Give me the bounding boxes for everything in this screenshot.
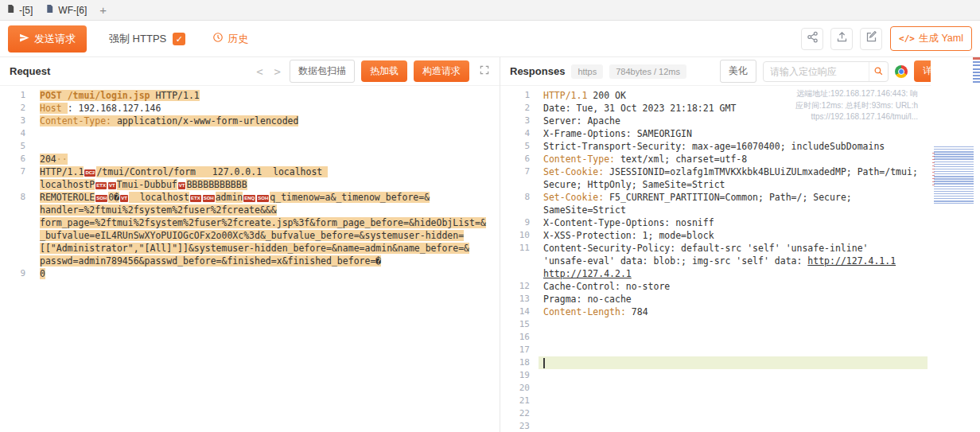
hot-reload-button[interactable]: 热加载 (361, 60, 407, 82)
code-line-content[interactable]: 204·· (35, 153, 500, 165)
code-line-content[interactable]: HTTP/1.1DC2/tmui/Control/form 127.0.0.1 … (35, 165, 500, 178)
code-line-content[interactable]: Cache-Control: no-store (539, 280, 928, 293)
line-number: 7 (0, 165, 35, 178)
code-line: handler=%2ftmui%2fsystem%2fuser%2fcreate… (0, 204, 500, 216)
edit-button[interactable] (860, 28, 882, 50)
packet-scan-button[interactable]: 数据包扫描 (290, 60, 355, 83)
code-token: Server: Apache (543, 115, 620, 126)
share-button[interactable] (801, 28, 823, 50)
code-line-content[interactable] (539, 356, 928, 369)
build-request-button[interactable]: 构造请求 (414, 60, 469, 82)
code-line: [["Administrator","[All]"]]&systemuser-h… (0, 242, 500, 255)
response-editor[interactable]: 远端地址:192.168.127.146:443: 响 应时间:12ms: 总耗… (500, 86, 980, 432)
code-line-content[interactable]: Content-Type: text/xml; charset=utf-8 (539, 153, 928, 165)
code-line: 19 (500, 369, 928, 382)
prev-request-button[interactable]: < (254, 65, 265, 78)
line-number (0, 204, 35, 216)
response-search-input[interactable] (764, 66, 869, 77)
code-line: 'unsafe-eval' data: blob:; img-src 'self… (500, 255, 928, 267)
code-line-content[interactable] (539, 395, 928, 407)
code-token: _bufvalue=eIL4RUnSwXYoPUIOGcOFx2o00Xc%3d… (40, 230, 464, 241)
code-line-content[interactable] (539, 331, 928, 344)
request-title: Request (10, 65, 50, 77)
code-line: 8REMOTEROLESOH0�VT localhostETXSOHadminE… (0, 191, 500, 204)
next-request-button[interactable]: > (272, 65, 283, 78)
code-token: : 192.168.127.146 (68, 103, 161, 114)
code-line-content[interactable]: Pragma: no-cache (539, 293, 928, 306)
code-line-content[interactable]: handler=%2ftmui%2fsystem%2fuser%2fcreate… (35, 204, 500, 216)
code-line-content[interactable] (35, 140, 500, 153)
code-line-content[interactable]: Strict-Transport-Security: max-age=16070… (539, 140, 928, 153)
code-token: Secure; HttpOnly; SameSite=Strict (543, 179, 725, 190)
code-line-content[interactable]: POST /tmui/login.jsp HTTP/1.1 (35, 89, 500, 102)
code-line-content[interactable] (539, 318, 928, 331)
code-line-content[interactable]: SameSite=Strict (539, 204, 928, 216)
beautify-button[interactable]: 美化 (720, 60, 756, 83)
request-editor[interactable]: 1POST /tmui/login.jsp HTTP/1.12Host : 19… (0, 86, 500, 432)
code-line: 20 (500, 382, 928, 395)
code-token: HTTP/1.1 (40, 166, 84, 177)
line-number: 15 (500, 318, 539, 331)
code-token: http://127.4.2.1 (543, 268, 632, 279)
line-number (0, 229, 35, 242)
line-number: 6 (0, 153, 35, 165)
code-token: 204 (40, 154, 56, 165)
code-line-content[interactable] (539, 407, 928, 420)
code-line-content[interactable]: [["Administrator","[All]"]]&systemuser-h… (35, 242, 500, 255)
code-line-content[interactable]: http://127.4.2.1 (539, 267, 928, 280)
code-line-content[interactable]: 'unsafe-eval' data: blob:; img-src 'self… (539, 255, 928, 267)
code-line: 8Set-Cookie: F5_CURRENT_PARTITION=Common… (500, 191, 928, 204)
code-line-content[interactable]: passwd=admin789456&passwd_before=&finish… (35, 255, 500, 267)
code-line-content[interactable]: Set-Cookie: F5_CURRENT_PARTITION=Common;… (539, 191, 928, 204)
line-number (0, 255, 35, 267)
code-line-content[interactable]: 0 (35, 267, 500, 280)
tab-session-wf-6[interactable]: WF-[6] (45, 4, 87, 16)
code-line: localhostPETXVTTmui-DubbufVTBBBBBBBBBBB (0, 178, 500, 191)
code-line-content[interactable]: Set-Cookie: JSESSIONID=ozlafg1mTMVKXkbk4… (539, 165, 928, 178)
code-line-content[interactable]: Host : 192.168.127.146 (35, 102, 500, 115)
code-token (196, 166, 212, 177)
code-line-content[interactable] (539, 420, 928, 432)
text-cursor (543, 358, 545, 368)
code-line-content[interactable]: REMOTEROLESOH0�VT localhostETXSOHadminEN… (35, 191, 500, 204)
control-char-marker: DC2 (84, 169, 95, 177)
send-request-button[interactable]: 发送请求 (8, 25, 87, 53)
code-line-content[interactable]: Secure; HttpOnly; SameSite=Strict (539, 178, 928, 191)
force-https-checkbox[interactable]: ✓ (173, 33, 185, 45)
window-tabbar: -[5] WF-[6] + (0, 0, 980, 21)
code-token: admin (216, 192, 243, 203)
open-in-chrome-icon[interactable] (895, 65, 908, 78)
main-toolbar: 发送请求 强制 HTTPS ✓ 历史 </> 生成 Yaml (0, 21, 980, 57)
control-char-marker: SOH (95, 195, 107, 202)
history-button[interactable]: 历史 (212, 32, 248, 46)
code-token: ·· (56, 154, 68, 165)
tab-session-5[interactable]: -[5] (6, 4, 33, 16)
code-line-content[interactable] (539, 382, 928, 395)
line-number (0, 216, 35, 229)
line-number: 7 (500, 165, 539, 178)
code-token: /tmui/login.jsp (68, 90, 156, 101)
code-line-content[interactable]: Content-Length: 784 (539, 306, 928, 318)
export-button[interactable] (830, 28, 853, 50)
code-line-content[interactable]: X-Frame-Options: SAMEORIGIN (539, 127, 928, 140)
expand-icon[interactable] (479, 64, 490, 79)
code-line-content[interactable]: localhostPETXVTTmui-DubbufVTBBBBBBBBBBB (35, 178, 500, 191)
code-line-content[interactable]: form_page=%2ftmui%2fsystem%2fuser%2fcrea… (35, 216, 500, 229)
share-icon (807, 31, 819, 46)
code-line-content[interactable]: X-Content-Type-Options: nosniff (539, 216, 928, 229)
control-char-marker: SOH (257, 195, 269, 202)
code-line-content[interactable]: X-XSS-Protection: 1; mode=block (539, 229, 928, 242)
code-token: handler=%2ftmui%2fsystem%2fuser%2fcreate… (40, 204, 277, 216)
search-icon[interactable] (869, 62, 888, 81)
code-line-content[interactable] (35, 127, 500, 140)
generate-yaml-button[interactable]: </> 生成 Yaml (890, 26, 972, 51)
minimap[interactable] (931, 57, 980, 432)
code-token: Content-Type: (40, 115, 111, 126)
code-line-content[interactable] (539, 344, 928, 356)
control-char-marker: ETX (190, 195, 201, 202)
code-line-content[interactable] (539, 369, 928, 382)
code-line-content[interactable]: Content-Security-Policy: default-src 'se… (539, 242, 928, 255)
code-line-content[interactable]: _bufvalue=eIL4RUnSwXYoPUIOGcOFx2o00Xc%3d… (35, 229, 500, 242)
code-line-content[interactable]: Content-Type: application/x-www-form-url… (35, 115, 500, 127)
new-tab-button[interactable]: + (99, 3, 107, 17)
